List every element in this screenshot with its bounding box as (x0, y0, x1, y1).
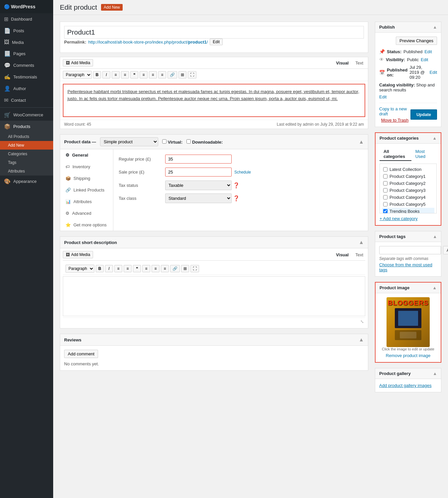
sidebar-item-testimonials[interactable]: ✍ Testimonials (0, 71, 53, 83)
tab-text[interactable]: Text (353, 60, 365, 66)
category-checkbox[interactable] (383, 202, 388, 206)
ol-button[interactable]: ≡ (121, 71, 129, 78)
category-checkbox[interactable] (383, 195, 388, 199)
bold-button[interactable]: B (93, 71, 101, 78)
short-link-btn[interactable]: 🔗 (170, 265, 180, 272)
add-gallery-images-link[interactable]: Add product gallery images (379, 383, 432, 388)
category-product-category3[interactable]: Product Category3 (382, 187, 434, 194)
category-checkbox[interactable] (383, 174, 388, 179)
short-desc-editor[interactable] (63, 276, 365, 316)
tax-class-select[interactable]: Standard Reduced rate Zero rate (165, 193, 232, 203)
schedule-link[interactable]: Schedule (234, 170, 251, 175)
publish-collapse[interactable]: ▲ (433, 25, 437, 30)
catalog-edit-link[interactable]: Edit (379, 94, 387, 99)
sidebar-subitem-attributes[interactable]: Attributes (0, 167, 53, 176)
short-paragraph-select[interactable]: Paragraph (65, 265, 94, 273)
tags-input-field[interactable] (379, 246, 441, 254)
sidebar-subitem-add-new[interactable]: Add New (0, 141, 53, 150)
preview-changes-button[interactable]: Preview Changes (396, 37, 437, 45)
edit-permalink-button[interactable]: Edit (210, 39, 223, 45)
short-ol-btn[interactable]: ≡ (124, 265, 132, 272)
category-trending-books[interactable]: Trending Books (382, 208, 434, 213)
short-visual-tab[interactable]: Visual (334, 252, 351, 258)
virtual-checkbox[interactable] (162, 139, 167, 144)
short-bold-btn[interactable]: B (96, 265, 104, 272)
status-edit-link[interactable]: Edit (424, 49, 432, 54)
short-table-btn[interactable]: ⊞ (181, 265, 189, 272)
category-product-category5[interactable]: Product Category5 (382, 201, 434, 208)
product-image-display[interactable]: BLOGGERS (387, 297, 430, 347)
tab-general[interactable]: ⚙ General (60, 149, 113, 161)
sidebar-subitem-all-products[interactable]: All Products (0, 132, 53, 141)
category-latest-collection[interactable]: Latest Collection (382, 166, 434, 173)
short-desc-collapse[interactable]: ▲ (359, 239, 364, 245)
short-align-right-btn[interactable]: ≡ (161, 265, 169, 272)
ul-button[interactable]: ≡ (112, 71, 120, 78)
sidebar-item-contact[interactable]: ✉ Contact (0, 94, 53, 106)
add-media-button[interactable]: 🖼 Add Media (63, 59, 93, 66)
align-right-button[interactable]: ≡ (158, 71, 166, 78)
tax-status-help-icon[interactable]: ❓ (233, 182, 240, 188)
sidebar-item-pages[interactable]: 📃 Pages (0, 48, 53, 60)
short-desc-add-media[interactable]: 🖼 Add Media (63, 251, 93, 258)
editor-content[interactable]: Pellentesque habitant morbi tristique se… (63, 84, 365, 117)
regular-price-input[interactable] (165, 155, 232, 164)
add-comment-button[interactable]: Add comment (64, 350, 98, 358)
published-on-edit[interactable]: Edit (430, 70, 437, 75)
sale-price-input[interactable] (165, 168, 232, 177)
product-title-input[interactable] (64, 26, 364, 39)
sidebar-subitem-tags[interactable]: Tags (0, 158, 53, 167)
add-new-category-link[interactable]: + Add new category (380, 216, 437, 221)
link-button[interactable]: 🔗 (168, 71, 177, 78)
align-center-button[interactable]: ≡ (149, 71, 157, 78)
sidebar-item-dashboard[interactable]: ⊞ Dashboard (0, 13, 53, 25)
sidebar-subitem-categories[interactable]: Categories (0, 150, 53, 158)
add-tag-button[interactable]: Add (443, 246, 448, 254)
permalink-url[interactable]: http://localhost/alt-book-store-pro/inde… (88, 40, 208, 45)
tab-attributes[interactable]: 📊 Attributes (60, 196, 113, 207)
tax-class-help-icon[interactable]: ❓ (233, 195, 240, 201)
table-button[interactable]: ⊞ (178, 71, 186, 78)
categories-collapse[interactable]: ▲ (432, 136, 437, 141)
choose-tags-link[interactable]: Choose from the most used tags (379, 262, 437, 272)
short-ul-btn[interactable]: ≡ (114, 265, 122, 272)
category-product-category4[interactable]: Product Category4 (382, 194, 434, 201)
move-to-trash-button[interactable]: Move to Trash (379, 118, 410, 123)
tags-collapse[interactable]: ▲ (433, 234, 437, 239)
sidebar-item-posts[interactable]: 📄 Posts (0, 25, 53, 37)
short-text-tab[interactable]: Text (353, 252, 365, 258)
sidebar-item-media[interactable]: 🖼 Media (0, 37, 53, 48)
paragraph-select[interactable]: Paragraph (63, 71, 92, 79)
align-left-button[interactable]: ≡ (140, 71, 148, 78)
sidebar-item-products[interactable]: 📦 Products (0, 121, 53, 132)
category-product-category2[interactable]: Product Category2 (382, 180, 434, 187)
sidebar-item-author[interactable]: 👤 Author (0, 83, 53, 94)
tab-visual[interactable]: Visual (334, 60, 351, 66)
tab-get-more[interactable]: ⭐ Get more options (60, 219, 113, 231)
short-italic-btn[interactable]: I (105, 265, 113, 272)
visibility-edit-link[interactable]: Edit (421, 57, 428, 62)
category-checkbox[interactable] (383, 167, 388, 172)
category-product-category1[interactable]: Product Category1 (382, 173, 434, 180)
sidebar-item-comments[interactable]: 💬 Comments (0, 60, 53, 71)
tab-linked-products[interactable]: 🔗 Linked Products (60, 184, 113, 196)
product-type-select[interactable]: Simple product Grouped product External/… (100, 137, 158, 146)
italic-button[interactable]: I (102, 71, 110, 78)
gallery-collapse[interactable]: ▲ (433, 371, 437, 376)
sidebar-item-woocommerce[interactable]: 🛒 WooCommerce (0, 109, 53, 121)
short-align-left-btn[interactable]: ≡ (142, 265, 150, 272)
category-checkbox[interactable] (383, 188, 388, 192)
update-button[interactable]: Update (410, 109, 437, 120)
category-checkbox[interactable] (383, 181, 388, 186)
short-blockquote-btn[interactable]: ❝ (133, 265, 141, 272)
blockquote-button[interactable]: ❝ (130, 71, 138, 78)
all-categories-tab[interactable]: All categories (380, 148, 411, 161)
add-new-button[interactable]: Add New (101, 4, 123, 11)
tab-shipping[interactable]: 📦 Shipping (60, 173, 113, 184)
tab-advanced[interactable]: ⚙ Advanced (60, 207, 113, 219)
short-align-center-btn[interactable]: ≡ (152, 265, 160, 272)
tax-status-select[interactable]: Taxable Shipping only None (165, 181, 232, 190)
remove-product-image-link[interactable]: Remove product image (380, 353, 437, 358)
sidebar-item-appearance[interactable]: 🎨 Appearance (0, 176, 53, 187)
collapse-button[interactable]: ▲ (359, 139, 364, 145)
